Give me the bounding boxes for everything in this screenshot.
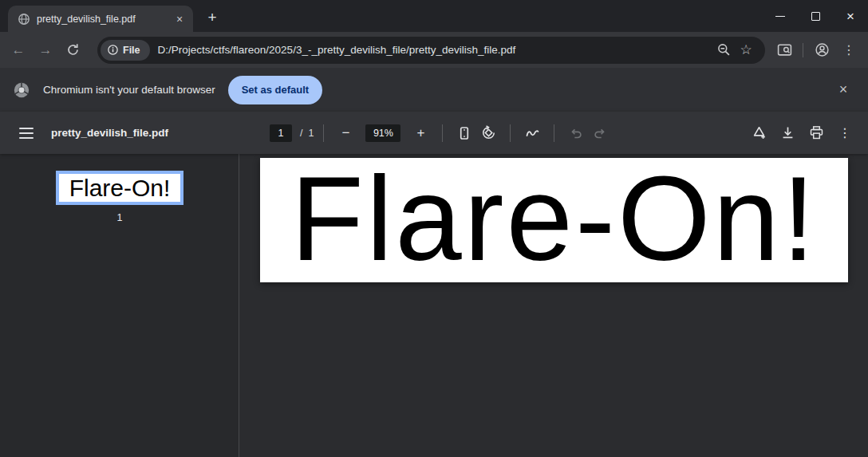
zoom-level-button[interactable] (712, 39, 735, 61)
print-icon (809, 125, 824, 140)
pdf-more-button[interactable]: ⋮ (833, 121, 857, 145)
page-number-input[interactable]: 1 (270, 124, 292, 142)
annotate-button[interactable] (520, 121, 544, 145)
toolbar-actions: ⋮ (771, 37, 862, 63)
thumbnail-page-label: 1 (56, 212, 183, 223)
download-icon (780, 125, 795, 140)
page-separator: / (300, 128, 302, 139)
url-text: D:/Projects/ctfs/flareon/2025/3_-_pretty… (158, 44, 712, 56)
magnifier-minus-icon (717, 43, 731, 57)
pdf-toolbar-center: 1 / 1 − 91% + (270, 121, 612, 145)
reload-button[interactable] (61, 38, 85, 62)
pdf-page: Flare-On! (260, 158, 848, 282)
pdf-toolbar-right: ⋮ (747, 121, 857, 145)
page-total: 1 (308, 128, 314, 139)
drive-add-icon (752, 125, 767, 140)
maximize-button[interactable] (798, 0, 833, 32)
undo-button[interactable] (564, 121, 588, 145)
window-controls: × (763, 0, 868, 32)
close-icon: × (846, 10, 854, 23)
thumbnail-text: Flare-On! (69, 175, 171, 202)
rotate-button[interactable] (476, 121, 500, 145)
redo-icon (593, 126, 607, 140)
browser-toolbar: ← → File D:/Projects/ctfs/flareon/2025/3… (0, 32, 868, 68)
pdf-toolbar: pretty_devilish_file.pdf 1 / 1 − 91% + (0, 112, 868, 154)
pdf-filename: pretty_devilish_file.pdf (51, 127, 168, 139)
url-scheme-chip[interactable]: File (101, 40, 150, 61)
minimize-icon (775, 16, 785, 17)
profile-icon (815, 42, 830, 57)
forward-button[interactable]: → (34, 38, 57, 62)
zoom-out-button[interactable]: − (333, 121, 357, 145)
redo-button[interactable] (588, 121, 612, 145)
pdf-viewer: Flare-On! 1 Flare-On! (0, 154, 868, 457)
browser-menu-button[interactable]: ⋮ (836, 37, 862, 63)
reload-icon (66, 43, 80, 57)
fit-page-icon (457, 126, 471, 140)
infobar-message: Chromium isn't your default browser (43, 84, 215, 96)
tab-title: pretty_devilish_file.pdf (37, 14, 166, 25)
ink-annotate-icon (525, 125, 540, 140)
drive-add-button[interactable] (747, 121, 771, 145)
minimize-button[interactable] (763, 0, 798, 32)
pdf-menu-button[interactable] (19, 128, 34, 139)
fit-to-page-button[interactable] (452, 121, 476, 145)
zoom-percent-input[interactable]: 91% (365, 124, 400, 142)
divider (554, 124, 554, 142)
side-panel-search-button[interactable] (771, 37, 797, 63)
divider (803, 43, 803, 57)
url-scheme-label: File (123, 45, 140, 56)
bookmark-star-button[interactable]: ☆ (735, 39, 757, 61)
rotate-icon (481, 125, 496, 140)
zoom-in-button[interactable]: + (408, 121, 432, 145)
default-browser-infobar: Chromium isn't your default browser Set … (0, 68, 868, 112)
divider (323, 124, 324, 142)
pdf-page-text: Flare-On! (290, 158, 817, 282)
hamburger-icon (19, 128, 34, 129)
info-icon (107, 44, 119, 56)
maximize-icon (811, 12, 820, 21)
set-as-default-button[interactable]: Set as default (228, 76, 323, 104)
profile-button[interactable] (809, 37, 834, 63)
address-bar[interactable]: File D:/Projects/ctfs/flareon/2025/3_-_p… (97, 37, 765, 64)
undo-icon (569, 126, 583, 140)
new-tab-button[interactable]: + (201, 6, 223, 29)
divider (442, 124, 443, 142)
page-thumbnail[interactable]: Flare-On! (56, 171, 183, 205)
download-button[interactable] (775, 121, 799, 145)
back-button[interactable]: ← (6, 38, 30, 62)
divider (510, 124, 511, 142)
infobar-close-button[interactable]: × (831, 78, 855, 102)
globe-favicon-icon (18, 13, 30, 26)
print-button[interactable] (804, 121, 828, 145)
browser-tab[interactable]: pretty_devilish_file.pdf × (8, 6, 193, 32)
thumbnail-panel: Flare-On! 1 (0, 154, 239, 457)
chromium-logo-icon (13, 81, 30, 99)
tab-close-icon[interactable]: × (172, 12, 187, 26)
page-viewport[interactable]: Flare-On! (240, 154, 868, 457)
side-panel-search-icon (777, 42, 792, 57)
tab-strip: pretty_devilish_file.pdf × + × (0, 0, 868, 32)
close-window-button[interactable]: × (833, 0, 868, 32)
